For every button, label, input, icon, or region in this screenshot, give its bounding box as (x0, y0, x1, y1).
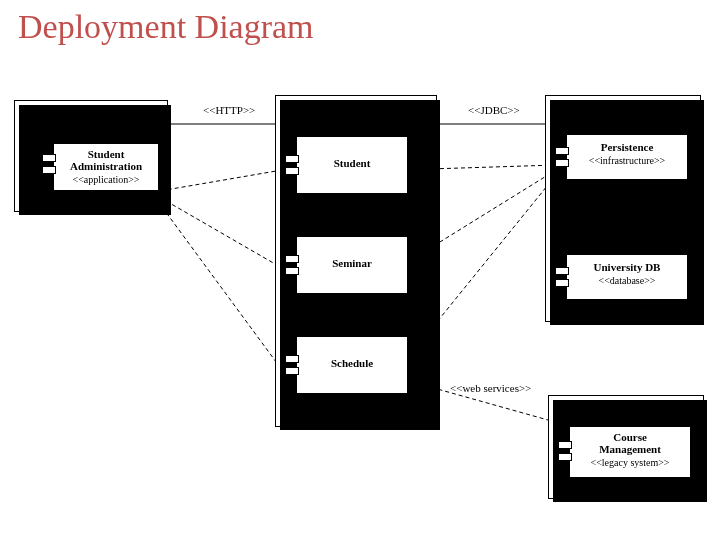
label-http: <<HTTP>> (203, 104, 255, 116)
coursemgmt-stereo: <<legacy system>> (570, 457, 690, 468)
label-jdbc-stereo: <<JDBC>> (468, 104, 520, 116)
coursemgmt-label: Course Management (570, 427, 690, 457)
schedule-label: Schedule (297, 337, 407, 371)
component-coursemgmt: Course Management <<legacy system>> (569, 426, 691, 478)
component-student: Student (296, 136, 408, 194)
page-title: Deployment Diagram (18, 8, 314, 46)
universitydb-stereo: <<database>> (567, 275, 687, 286)
label-webservices: <<web services>> (450, 382, 531, 394)
node-appserver: Application Server Student Seminar Sched… (275, 95, 437, 427)
node-browser-title: client: Browser (15, 101, 167, 124)
persistence-stereo: <<infrastructure>> (567, 155, 687, 166)
node-appserver-title: Application Server (276, 96, 436, 119)
universitydb-label: University DB (567, 255, 687, 275)
node-mainframe: Mainframe Course Management <<legacy sys… (548, 395, 704, 499)
persistence-label: Persistence (567, 135, 687, 155)
node-dbserver-title: Database Server (546, 96, 700, 119)
svg-line-2 (154, 170, 282, 192)
node-mainframe-title: Mainframe (549, 396, 703, 419)
node-dbserver: Database Server Persistence <<infrastruc… (545, 95, 701, 322)
component-seminar: Seminar (296, 236, 408, 294)
component-student-admin: Student Administration <<application>> (53, 143, 159, 191)
node-browser: client: Browser Student Administration <… (14, 100, 168, 212)
component-schedule: Schedule (296, 336, 408, 394)
student-admin-label: Student Administration (54, 144, 158, 174)
component-persistence: Persistence <<infrastructure>> (566, 134, 688, 180)
student-label: Student (297, 137, 407, 171)
component-universitydb: University DB <<database>> (566, 254, 688, 300)
svg-line-3 (154, 194, 282, 268)
svg-line-4 (154, 196, 282, 370)
seminar-label: Seminar (297, 237, 407, 271)
student-admin-stereo: <<application>> (54, 174, 158, 185)
